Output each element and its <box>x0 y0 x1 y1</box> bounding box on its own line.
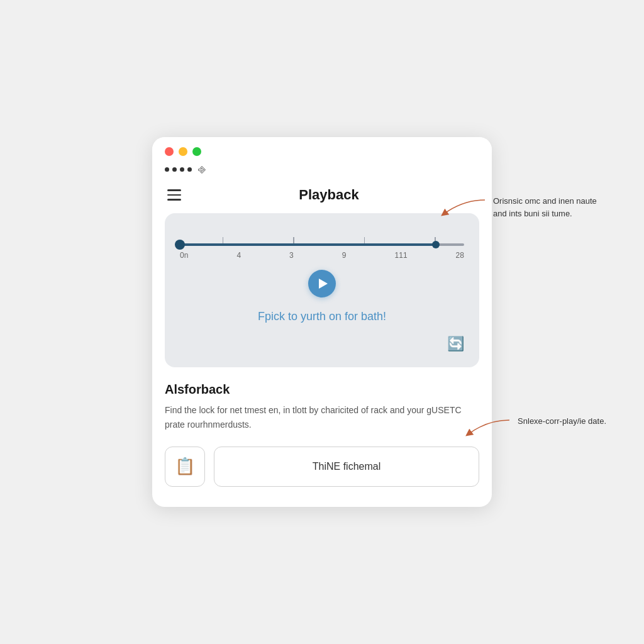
maximize-button[interactable] <box>192 147 201 156</box>
annotation-bottom-text: Snlexe-corr-play/ie date. <box>518 415 606 428</box>
toolbar-row: ⎆ <box>165 162 479 177</box>
annotation-top-text: Orisnsic omc and inen naute and ints bun… <box>493 195 606 219</box>
clipboard-icon: 📋 <box>175 457 195 476</box>
section-description: Find the lock for net tmest en, in tlott… <box>165 403 479 431</box>
button-row: 📋 ThiNE fichemal <box>165 447 479 487</box>
minimize-button[interactable] <box>179 147 187 156</box>
tick-1 <box>223 237 224 243</box>
playback-card: 0n 4 3 9 111 28 Fpick to yurth on for b <box>165 213 479 367</box>
dot-4 <box>187 167 192 172</box>
ham-line-2 <box>167 194 181 196</box>
timeline-label-1: 4 <box>236 251 241 260</box>
title-bar: ⎆ <box>152 137 492 177</box>
text-action-button[interactable]: ThiNE fichemal <box>214 447 479 487</box>
play-triangle-icon <box>319 279 328 289</box>
clipboard-button[interactable]: 📋 <box>165 447 205 487</box>
dot-1 <box>165 167 169 172</box>
timeline-thumb-right[interactable] <box>432 241 440 248</box>
ham-line-3 <box>167 199 181 201</box>
annotation-top-arrow <box>438 195 488 220</box>
timeline-labels: 0n 4 3 9 111 28 <box>180 251 464 260</box>
annotation-top: Orisnsic omc and inen naute and ints bun… <box>438 195 606 220</box>
page-title: Playback <box>181 187 477 203</box>
timeline-label-3: 9 <box>342 251 347 260</box>
timeline-label-5: 28 <box>456 251 464 260</box>
ham-line-1 <box>167 189 181 191</box>
main-content: 0n 4 3 9 111 28 Fpick to yurth on for b <box>152 213 492 487</box>
traffic-lights <box>165 147 479 156</box>
tick-3 <box>364 237 365 243</box>
tick-2 <box>293 237 294 243</box>
refresh-icon[interactable]: 🔄 <box>447 336 464 352</box>
timeline-track <box>180 243 464 246</box>
timeline-filled <box>180 243 436 246</box>
play-btn-row <box>180 270 464 297</box>
dot-3 <box>180 167 184 172</box>
annotation-bottom: Snlexe-corr-play/ie date. <box>462 415 606 440</box>
subtitle-text: Fpick to yurth on for bath! <box>180 310 464 323</box>
section-title: Alsforback <box>165 382 479 397</box>
close-button[interactable] <box>165 147 174 156</box>
dots-indicator <box>165 167 192 172</box>
timeline-label-4: 111 <box>395 251 408 260</box>
tick-marks <box>223 237 436 243</box>
hamburger-menu[interactable] <box>167 189 181 201</box>
dot-2 <box>172 167 177 172</box>
timeline-label-0: 0n <box>180 251 188 260</box>
timeline-container[interactable]: 0n 4 3 9 111 28 <box>180 243 464 260</box>
phone-frame: ⎆ Playback <box>152 137 492 507</box>
annotation-bottom-arrow <box>462 415 513 440</box>
timeline-label-2: 3 <box>289 251 294 260</box>
timeline-thumb-left[interactable] <box>175 240 185 250</box>
play-button[interactable] <box>308 270 336 297</box>
upload-icon[interactable]: ⎆ <box>198 162 206 177</box>
outer-wrapper: Orisnsic omc and inen naute and ints bun… <box>0 0 644 644</box>
card-footer: 🔄 <box>180 336 464 352</box>
